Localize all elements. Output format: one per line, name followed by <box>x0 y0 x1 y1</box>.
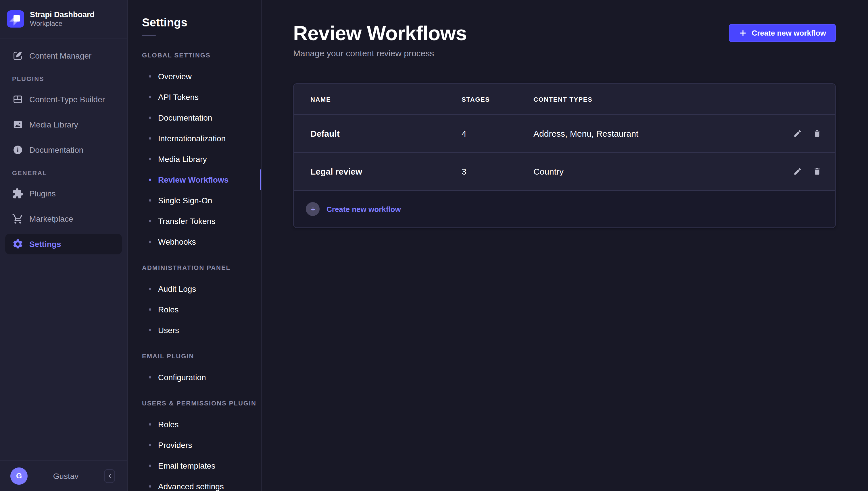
settings-nav-item-single-sign-on[interactable]: Single Sign-On <box>128 191 261 210</box>
sidebar-item-documentation[interactable]: Documentation <box>5 140 122 160</box>
sidebar-item-label: Content-Type Builder <box>29 95 105 104</box>
sidebar-item-content-manager[interactable]: Content Manager <box>5 46 122 66</box>
bullet-icon <box>149 288 151 290</box>
table-header-row: NAMESTAGESCONTENT TYPES <box>294 84 835 115</box>
settings-nav-item-roles[interactable]: Roles <box>128 415 261 434</box>
settings-nav-item-label: Roles <box>158 305 179 314</box>
sidebar-item-settings[interactable]: Settings <box>5 234 122 254</box>
column-header-name: NAME <box>310 96 462 103</box>
settings-nav-item-review-workflows[interactable]: Review Workflows <box>128 171 261 189</box>
nav-section-header-general: GENERAL <box>5 169 122 176</box>
create-workflow-button[interactable]: Create new workflow <box>729 24 836 42</box>
sidebar-item-plugins[interactable]: Plugins <box>5 183 122 204</box>
settings-nav-item-label: Configuration <box>158 373 206 382</box>
settings-nav-item-providers[interactable]: Providers <box>128 436 261 454</box>
settings-nav-item-advanced-settings[interactable]: Advanced settings <box>128 477 261 491</box>
row-actions <box>766 167 821 176</box>
brand[interactable]: Strapi Dashboard Workplace <box>0 0 127 38</box>
brand-workspace: Workplace <box>30 20 94 28</box>
settings-nav-item-audit-logs[interactable]: Audit Logs <box>128 280 261 298</box>
settings-nav-item-webhooks[interactable]: Webhooks <box>128 233 261 251</box>
bullet-icon <box>149 158 151 160</box>
sidebar-item-content-type-builder[interactable]: Content-Type Builder <box>5 89 122 110</box>
bullet-icon <box>149 241 151 243</box>
settings-nav-item-label: Transfer Tokens <box>158 216 215 226</box>
avatar[interactable]: G <box>10 467 28 484</box>
sidebar-item-label: Content Manager <box>29 51 91 60</box>
subnav-section-header: EMAIL PLUGIN <box>128 352 261 360</box>
settings-nav-item-label: Review Workflows <box>158 175 228 184</box>
sidebar-item-media-library[interactable]: Media Library <box>5 114 122 135</box>
plus-icon <box>738 29 747 37</box>
settings-nav-item-label: Roles <box>158 420 179 429</box>
table-row[interactable]: Default4Address, Menu, Restaurant <box>294 115 835 153</box>
sidebar-item-marketplace[interactable]: Marketplace <box>5 208 122 229</box>
subnav-section-header: GLOBAL SETTINGS <box>128 51 261 59</box>
main-sidebar: Strapi Dashboard Workplace Content Manag… <box>0 0 128 491</box>
delete-workflow-button[interactable] <box>813 129 821 138</box>
bullet-icon <box>149 75 151 78</box>
plus-circle-icon <box>306 202 320 216</box>
settings-nav-item-users[interactable]: Users <box>128 321 261 339</box>
table-row[interactable]: Legal review3Country <box>294 153 835 191</box>
bullet-icon <box>149 423 151 426</box>
cart-icon <box>12 213 24 225</box>
edit-workflow-button[interactable] <box>793 167 802 176</box>
settings-nav-item-label: Providers <box>158 440 192 450</box>
settings-nav-item-label: Single Sign-On <box>158 196 212 205</box>
sidebar-item-label: Marketplace <box>29 214 73 223</box>
settings-nav-item-label: Advanced settings <box>158 482 224 491</box>
collapse-sidebar-button[interactable] <box>104 469 115 483</box>
image-icon <box>12 119 24 131</box>
subnav-title: Settings <box>142 16 261 29</box>
workflow-content-types: Address, Menu, Restaurant <box>534 128 766 138</box>
settings-nav-item-label: Media Library <box>158 154 207 164</box>
delete-workflow-button[interactable] <box>813 167 821 176</box>
settings-nav-item-label: Email templates <box>158 461 215 470</box>
bullet-icon <box>149 329 151 331</box>
settings-nav-item-label: Overview <box>158 72 192 81</box>
table-body: Default4Address, Menu, RestaurantLegal r… <box>294 115 835 191</box>
page-title: Review Workflows <box>293 22 467 45</box>
settings-nav-item-label: API Tokens <box>158 92 198 102</box>
feather-icon <box>12 50 24 61</box>
settings-nav-item-transfer-tokens[interactable]: Transfer Tokens <box>128 212 261 230</box>
chevron-left-icon <box>107 473 112 479</box>
trash-icon <box>813 167 821 176</box>
settings-nav-item-configuration[interactable]: Configuration <box>128 368 261 386</box>
row-actions <box>766 129 821 138</box>
settings-nav-item-label: Users <box>158 326 179 335</box>
settings-nav-item-label: Documentation <box>158 113 212 122</box>
settings-nav-item-api-tokens[interactable]: API Tokens <box>128 88 261 106</box>
strapi-admin-app: Strapi Dashboard Workplace Content Manag… <box>0 0 868 491</box>
settings-nav-item-email-templates[interactable]: Email templates <box>128 457 261 475</box>
workflows-table: NAMESTAGESCONTENT TYPES Default4Address,… <box>293 83 836 228</box>
edit-workflow-button[interactable] <box>793 129 802 138</box>
settings-nav-item-documentation[interactable]: Documentation <box>128 109 261 127</box>
settings-nav-item-label: Audit Logs <box>158 284 196 293</box>
bullet-icon <box>149 179 151 181</box>
layout-grid-icon <box>12 94 24 105</box>
page-subtitle: Manage your content review process <box>293 48 434 58</box>
bullet-icon <box>149 444 151 446</box>
column-header-content-types: CONTENT TYPES <box>534 96 766 103</box>
bullet-icon <box>149 137 151 140</box>
settings-nav-item-overview[interactable]: Overview <box>128 67 261 86</box>
sidebar-footer: G Gustav <box>0 460 127 491</box>
settings-nav-item-internationalization[interactable]: Internationalization <box>128 129 261 148</box>
column-header-stages: STAGES <box>462 96 534 103</box>
create-workflow-button-label: Create new workflow <box>752 29 826 37</box>
bullet-icon <box>149 485 151 488</box>
settings-nav-item-media-library[interactable]: Media Library <box>128 150 261 168</box>
table-footer-create-workflow[interactable]: Create new workflow <box>294 191 835 227</box>
settings-nav-item-roles[interactable]: Roles <box>128 300 261 319</box>
sidebar-item-label: Documentation <box>29 145 83 154</box>
workflow-name: Default <box>310 128 462 138</box>
pencil-icon <box>793 167 802 176</box>
bullet-icon <box>149 117 151 119</box>
workflow-stages: 4 <box>462 128 534 138</box>
sidebar-item-label: Media Library <box>29 120 78 129</box>
workflow-name: Legal review <box>310 167 462 176</box>
gear-icon <box>12 238 24 250</box>
screen: Strapi Dashboard Workplace Content Manag… <box>0 0 868 491</box>
